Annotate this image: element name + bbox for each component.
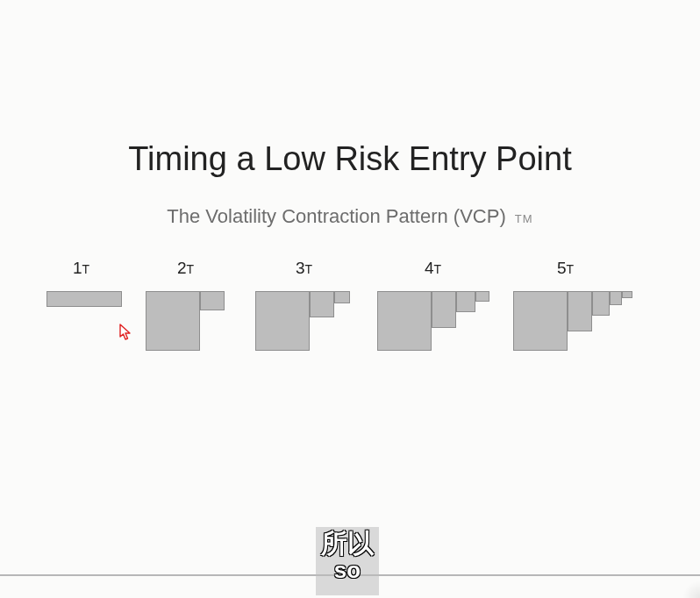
group-label: 3T — [296, 259, 390, 278]
contraction-bar — [146, 291, 200, 351]
group-subscript: T — [82, 262, 90, 276]
contraction-bar — [200, 291, 225, 310]
group-label: 5T — [557, 259, 680, 278]
group-number: 4 — [425, 259, 434, 277]
contraction-bar — [568, 291, 592, 331]
contraction-bar — [622, 291, 632, 298]
group-subscript: T — [305, 262, 313, 276]
contraction-bar — [513, 291, 568, 351]
trademark-label: TM — [515, 212, 533, 225]
group-number: 2 — [177, 259, 187, 277]
contraction-bar — [456, 291, 475, 312]
caption-english: so — [316, 559, 379, 581]
contraction-bar — [334, 291, 350, 303]
group-label: 2T — [177, 259, 258, 278]
contraction-bar — [377, 291, 432, 351]
group-subscript: T — [567, 262, 575, 276]
contraction-bar — [475, 291, 489, 302]
vcp-diagram-row: 1T 2T 3T 4T — [0, 259, 700, 364]
group-subscript: T — [434, 262, 442, 276]
contraction-bar — [310, 291, 334, 317]
contraction-bar — [592, 291, 610, 316]
contraction-bar — [46, 291, 122, 307]
group-number: 3 — [296, 259, 305, 277]
group-label: 1T — [73, 259, 152, 278]
caption-chinese: 所以 — [316, 530, 379, 557]
group-number: 5 — [557, 259, 567, 277]
video-caption-overlay: 所以 so — [316, 527, 379, 595]
slide-title: Timing a Low Risk Entry Point — [0, 140, 700, 178]
group-number: 1 — [73, 259, 82, 277]
contraction-bar — [432, 291, 456, 328]
contraction-bar — [610, 291, 622, 305]
page-curl-shadow — [682, 580, 700, 598]
group-subscript: T — [187, 262, 195, 276]
subtitle-text: The Volatility Contraction Pattern (VCP) — [167, 205, 505, 227]
group-label: 4T — [425, 259, 537, 278]
contraction-bar — [255, 291, 310, 351]
slide-subtitle: The Volatility Contraction Pattern (VCP)… — [0, 205, 700, 228]
